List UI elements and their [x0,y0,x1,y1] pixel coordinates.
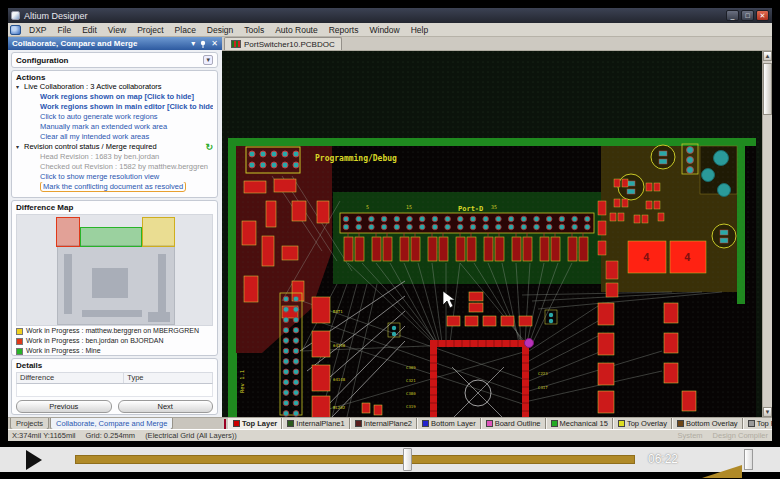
refresh-icon[interactable]: ↻ [205,142,213,152]
menu-bar: DXP File Edit View Project Place Design … [8,23,772,37]
action-work-regions-map[interactable]: Work regions shown on map [Click to hide… [16,92,213,102]
status-bar: X:374mil Y:1165mil Grid: 0.254mm (Electr… [8,429,772,441]
action-clear-areas[interactable]: Clear all my intended work areas [16,132,213,142]
layer-scroll-block[interactable] [224,419,226,429]
video-player-bar: 06:22 [0,447,780,472]
scroll-down-icon[interactable]: ▼ [763,407,772,417]
layer-tab-bottom-overlay[interactable]: Bottom Overlay [672,418,743,430]
design-compiler-panels-button[interactable]: Design Compiler [713,431,768,440]
layer-color-chip [287,420,294,427]
menu-window[interactable]: Window [364,24,404,36]
silkscreen-programming-debug: Programming/Debug [315,153,397,163]
panel-tab-bar: Projects Collaborate, Compare and Merge [8,417,222,429]
vertical-scrollbar[interactable]: ▲ ▼ [762,51,772,417]
volume-handle[interactable] [744,449,753,470]
volume-slider-icon[interactable] [702,465,742,478]
svg-text:C380: C380 [406,391,416,396]
document-tab-pcbdoc[interactable]: PortSwitcher10.PCBDOC [224,37,342,50]
system-panels-button[interactable]: System [678,431,703,440]
panel-title: Collaborate, Compare and Merge [12,39,137,48]
altium-window: Altium Designer _ □ ✕ DXP File Edit View… [8,8,772,441]
configuration-group[interactable]: Configuration ▾ [11,52,218,68]
layer-color-chip [618,420,625,427]
menu-tools[interactable]: Tools [239,24,269,36]
layer-color-chip [422,420,429,427]
menu-design[interactable]: Design [202,24,238,36]
window-title: Altium Designer [24,11,88,21]
column-difference[interactable]: Difference [17,373,124,383]
configuration-label: Configuration [16,56,68,65]
revision-control-node[interactable]: ▾ Revision control status / Merge requir… [16,142,213,152]
layer-tab-plane2[interactable]: InternalPlane2 [350,418,417,430]
video-progress-bar[interactable] [75,455,635,464]
svg-text:C309: C309 [406,365,416,370]
layer-color-chip [355,420,362,427]
svg-text:C319: C319 [406,404,416,409]
action-mark-resolved[interactable]: Mark the conflicting document as resolve… [16,182,213,192]
svg-text:C317: C317 [538,385,548,390]
maximize-button[interactable]: □ [741,10,754,21]
previous-button[interactable]: Previous [16,400,112,413]
column-type[interactable]: Type [124,373,146,383]
dxp-logo-icon[interactable] [10,25,21,35]
silkscreen-rev: Rev 1.1 [239,370,245,393]
menu-place[interactable]: Place [170,24,201,36]
pin-icon[interactable] [199,40,207,48]
layer-tab-plane1[interactable]: InternalPlane1 [282,418,349,430]
menu-dxp[interactable]: DXP [24,24,51,36]
work-region-green [80,227,142,247]
action-work-regions-editor[interactable]: Work regions shown in main editor [Click… [16,102,213,112]
designator: BL202 [333,405,346,410]
layer-tab-board-outline[interactable]: Board Outline [481,418,546,430]
collaborate-panel: Collaborate, Compare and Merge ▾ ✕ Confi… [8,37,222,417]
scroll-up-icon[interactable]: ▲ [763,51,772,61]
layer-tab-top[interactable]: Top Layer [228,418,282,430]
video-time: 06:22 [648,452,678,466]
panel-body: Configuration ▾ Actions ▾ Live Collabora… [8,50,222,417]
menu-reports[interactable]: Reports [324,24,364,36]
layer-color-chip [486,420,493,427]
pin-number-35: 35 [491,204,497,210]
designator: BAT1 [333,309,343,314]
menu-project[interactable]: Project [132,24,168,36]
menu-auto-route[interactable]: Auto Route [270,24,323,36]
pin-number-5: 5 [366,204,369,210]
panel-close-icon[interactable]: ✕ [211,39,218,48]
details-table-header[interactable]: Difference Type [16,372,213,384]
layer-tab-top-paste[interactable]: Top Paste [743,418,772,430]
panel-header[interactable]: Collaborate, Compare and Merge ▾ ✕ [8,37,222,50]
pcb-editor-canvas[interactable]: Programming/Debug 5 15 35 Port-D [222,51,762,417]
relay-label-right: 4 [684,251,691,264]
title-bar[interactable]: Altium Designer _ □ ✕ [8,8,772,23]
menu-file[interactable]: File [52,24,76,36]
details-header: Details [16,361,213,370]
checked-out-revision-info: Checked out Revision : 1582 by matthew.b… [16,162,213,172]
pcb-drawing: Programming/Debug 5 15 35 Port-D [222,51,762,417]
menu-help[interactable]: Help [406,24,433,36]
expander-icon[interactable]: ▾ [16,82,19,92]
layer-tab-mech15[interactable]: Mechanical 15 [546,418,613,430]
panel-menu-icon[interactable]: ▾ [191,39,195,48]
difference-map-thumbnail[interactable] [16,214,213,326]
action-auto-generate[interactable]: Click to auto generate work regions [16,112,213,122]
menu-view[interactable]: View [103,24,131,36]
next-button[interactable]: Next [118,400,214,413]
action-mark-extended[interactable]: Manually mark an extended work area [16,122,213,132]
layer-tab-bottom[interactable]: Bottom Layer [417,418,481,430]
legend-label: Work in Progress : ben.jordan on BJORDAN [26,336,164,346]
details-empty-list[interactable] [16,384,213,397]
scrollbar-thumb[interactable] [763,63,772,115]
legend-label: Work in Progress : matthew.berggren on M… [26,326,199,336]
layer-tab-top-overlay[interactable]: Top Overlay [613,418,672,430]
play-button-icon[interactable] [26,450,42,470]
video-progress-handle[interactable] [403,448,412,471]
menu-edit[interactable]: Edit [77,24,102,36]
expander-icon[interactable]: ▾ [16,142,19,152]
designator: 64148 [333,377,346,382]
close-button[interactable]: ✕ [756,10,769,21]
live-collaboration-node[interactable]: ▾ Live Collaboration : 3 Active collabor… [16,82,213,92]
action-merge-resolution-view[interactable]: Click to show merge resolution view [16,172,213,182]
legend-row: Work in Progress : ben.jordan on BJORDAN [16,336,213,346]
minimize-button[interactable]: _ [726,10,739,21]
configuration-dropdown-icon[interactable]: ▾ [203,55,213,65]
